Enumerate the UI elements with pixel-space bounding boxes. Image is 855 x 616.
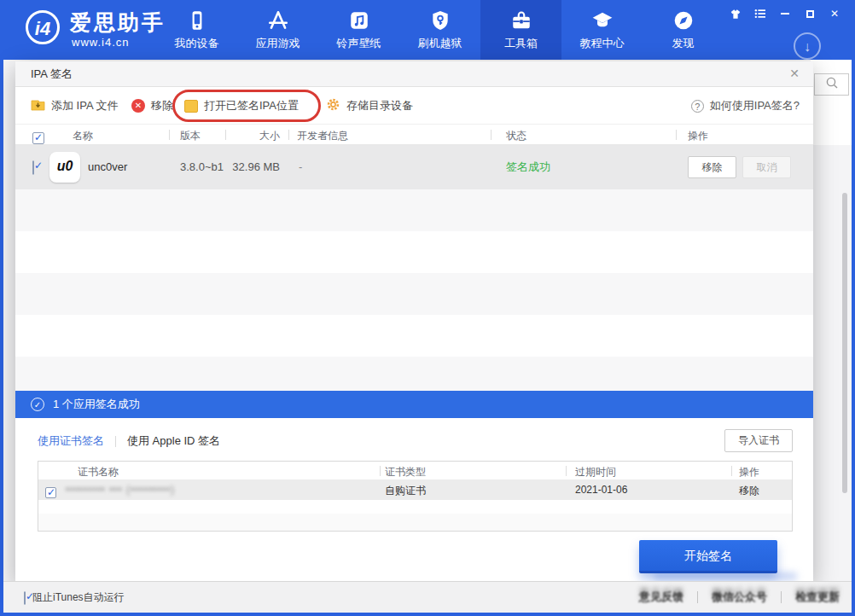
- nav-label: 铃声壁纸: [337, 36, 381, 51]
- col-version: 版本: [180, 129, 201, 143]
- nav-label: 我的设备: [175, 36, 219, 51]
- cert-name-masked: ••••••••• ••• (•••••••••): [66, 484, 175, 496]
- table-row[interactable]: u0 unc0ver 3.8.0~b1 32.96 MB - 签名成功 移除 取…: [15, 145, 813, 189]
- cert-row[interactable]: ••••••••• ••• (•••••••••) 自购证书 2021-01-0…: [38, 480, 792, 500]
- col-cert-name: 证书名称: [78, 465, 119, 479]
- nav-flash-jailbreak[interactable]: 刷机越狱: [399, 0, 480, 60]
- download-manager-icon[interactable]: ↓: [794, 32, 821, 60]
- app-developer: -: [299, 145, 302, 189]
- nav-label: 刷机越狱: [418, 36, 462, 51]
- graduation-cap-icon: [591, 9, 614, 32]
- row-remove-button[interactable]: 移除: [688, 156, 736, 178]
- toolbox-icon: [510, 9, 532, 32]
- add-ipa-button[interactable]: 添加 IPA 文件: [31, 87, 119, 125]
- window-controls: ✕: [729, 7, 841, 20]
- cert-table: 证书名称 证书类型 过期时间 操作 ••••••••• ••• (•••••••…: [38, 461, 793, 532]
- import-cert-button[interactable]: 导入证书: [724, 429, 793, 452]
- open-signed-ipa-button[interactable]: 打开已签名IPA位置: [184, 87, 299, 125]
- block-itunes-checkbox[interactable]: [24, 592, 26, 604]
- app-version: 3.8.0~b1: [180, 145, 224, 189]
- status-badge: 签名成功: [506, 145, 550, 189]
- tab-appleid-sign[interactable]: 使用 Apple ID 签名: [127, 433, 220, 449]
- ipa-sign-dialog: IPA 签名 ✕ 添加 IPA 文件 ✕ 移除 打开已签名IPA位置: [15, 61, 813, 581]
- help-link[interactable]: ? 如何使用IPA签名?: [691, 87, 800, 125]
- link-divider: [697, 591, 698, 603]
- cert-expire: 2021-01-06: [575, 484, 627, 496]
- storage-device-button[interactable]: 存储目录设备: [326, 87, 413, 125]
- underlying-panel: [811, 60, 852, 145]
- open-signed-ipa-label: 打开已签名IPA位置: [204, 98, 299, 113]
- main-nav: 我的设备 应用游戏 铃声壁纸 刷机越狱: [156, 0, 724, 60]
- nav-app-games[interactable]: 应用游戏: [237, 0, 318, 60]
- button-shadow-artifact: [654, 572, 797, 580]
- feedback-link[interactable]: 意见反馈: [639, 590, 683, 605]
- search-input[interactable]: [814, 73, 849, 96]
- cert-remove-link[interactable]: 移除: [739, 484, 759, 498]
- cert-table-header: 证书名称 证书类型 过期时间 操作: [38, 462, 792, 480]
- cert-type: 自购证书: [385, 484, 426, 498]
- dialog-title: IPA 签名: [15, 61, 813, 87]
- app-name: unc0ver: [88, 145, 127, 189]
- phone-icon: [186, 9, 208, 32]
- empty-list-stripes: [15, 189, 813, 391]
- header: i4 爱思助手 www.i4.cn 我的设备 应用游戏 铃声壁纸: [0, 0, 855, 60]
- nav-ringtones-wallpapers[interactable]: 铃声壁纸: [318, 0, 399, 60]
- help-label: 如何使用IPA签名?: [710, 98, 800, 113]
- appstore-icon: [267, 9, 289, 32]
- music-note-icon: [348, 9, 370, 32]
- compass-icon: [672, 9, 695, 32]
- block-itunes-label: 阻止iTunes自动运行: [32, 590, 125, 605]
- link-divider: [781, 591, 782, 603]
- col-size: 大小: [229, 129, 280, 143]
- remove-label: 移除: [151, 98, 173, 113]
- nav-label: 工具箱: [504, 36, 538, 51]
- gear-icon: [326, 97, 340, 114]
- minimize-icon[interactable]: [778, 7, 792, 20]
- yellow-folder-icon: [184, 100, 198, 113]
- nav-discover[interactable]: 发现: [643, 0, 724, 60]
- shield-key-icon: [429, 9, 451, 32]
- question-circle-icon: ?: [691, 100, 704, 113]
- start-sign-button[interactable]: 开始签名: [639, 540, 777, 573]
- col-cert-expire: 过期时间: [575, 465, 616, 479]
- main-area: IPA 签名 ✕ 添加 IPA 文件 ✕ 移除 打开已签名IPA位置: [3, 60, 852, 613]
- sign-method-tabs: 使用证书签名 使用 Apple ID 签名: [38, 430, 220, 452]
- unc0ver-app-icon: u0: [49, 152, 80, 183]
- success-banner-text: 1 个应用签名成功: [53, 397, 140, 412]
- col-cert-action: 操作: [739, 465, 759, 479]
- dialog-close-icon[interactable]: ✕: [784, 61, 805, 87]
- maximize-icon[interactable]: [803, 7, 817, 20]
- scrollbar[interactable]: [842, 193, 847, 493]
- menu-list-icon[interactable]: [753, 7, 767, 20]
- remove-button[interactable]: ✕ 移除: [131, 87, 173, 125]
- skin-shirt-icon[interactable]: [729, 7, 742, 20]
- nav-tutorials[interactable]: 教程中心: [561, 0, 643, 60]
- magnifier-icon: [825, 76, 839, 93]
- dialog-toolbar: 添加 IPA 文件 ✕ 移除 打开已签名IPA位置 存储目录设备: [15, 87, 813, 125]
- app-window: i4 爱思助手 www.i4.cn 我的设备 应用游戏 铃声壁纸: [0, 0, 855, 616]
- status-bar: 阻止iTunes自动运行 意见反馈 微信公众号 检查更新: [3, 581, 852, 613]
- add-ipa-label: 添加 IPA 文件: [51, 98, 119, 113]
- row-cancel-button: 取消: [742, 156, 791, 178]
- success-banner: ✓ 1 个应用签名成功: [15, 391, 813, 418]
- app-title: 爱思助手: [70, 9, 166, 37]
- app-table-header: 名称 版本 大小 开发者信息 状态 操作: [15, 125, 813, 145]
- nav-my-device[interactable]: 我的设备: [156, 0, 237, 60]
- wechat-link[interactable]: 微信公众号: [712, 590, 767, 605]
- cert-empty-stripe: [38, 514, 792, 531]
- nav-label: 教程中心: [580, 36, 625, 51]
- storage-device-label: 存储目录设备: [346, 98, 413, 113]
- check-update-link[interactable]: 检查更新: [795, 590, 840, 605]
- app-size: 32.96 MB: [229, 145, 280, 189]
- tab-cert-sign[interactable]: 使用证书签名: [38, 433, 104, 449]
- app-logo: i4: [26, 10, 60, 44]
- row-checkbox[interactable]: [32, 161, 34, 174]
- close-icon[interactable]: ✕: [828, 7, 841, 20]
- col-status: 状态: [506, 129, 526, 143]
- col-actions: 操作: [688, 129, 708, 143]
- red-circle-x-icon: ✕: [131, 99, 145, 113]
- status-links: 意见反馈 微信公众号 检查更新: [639, 590, 840, 605]
- folder-download-icon: [31, 98, 45, 114]
- nav-toolbox[interactable]: 工具箱: [480, 0, 561, 60]
- check-circle-icon: ✓: [31, 398, 44, 411]
